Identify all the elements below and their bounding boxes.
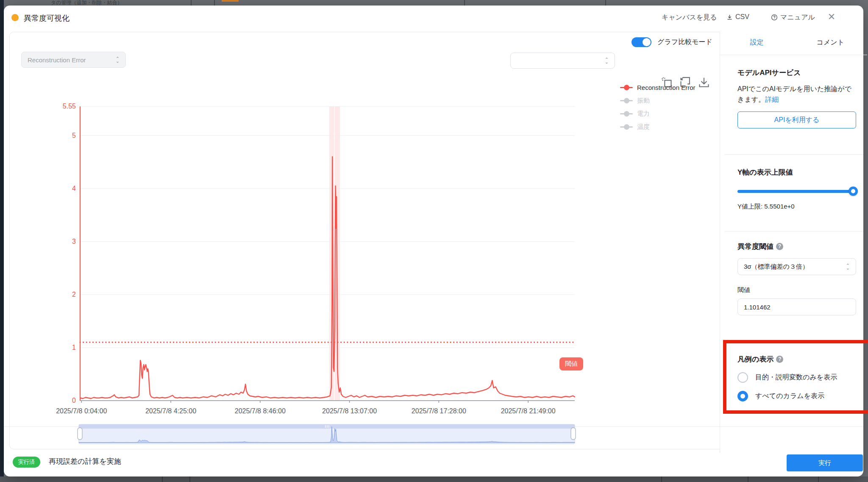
status-text: 再現誤差の計算を実施 <box>49 457 121 466</box>
help-icon[interactable]: ? <box>776 243 783 250</box>
legend-display-highlight: 凡例の表示? 目的・説明変数のみを表示 すべてのカラムを表示 <box>723 340 868 414</box>
chevron-up-down-icon: ⌃⌄ <box>116 57 120 62</box>
manual-link[interactable]: マニュアル <box>771 13 815 22</box>
legend-item[interactable]: 温度 <box>620 120 696 134</box>
y-limit-section: Y軸の表示上限値 Y値上限: 5.5501e+0 <box>737 167 856 211</box>
download-icon <box>726 14 733 22</box>
legend-item[interactable]: 振動 <box>620 94 696 107</box>
close-icon[interactable]: ✕ <box>825 11 838 23</box>
chevron-up-down-icon: ⌃⌄ <box>846 264 850 269</box>
divider <box>725 154 863 155</box>
anomaly-threshold-title: 異常度閾値? <box>737 242 856 251</box>
legend-display-options: 目的・説明変数のみを表示 すべてのカラムを表示 <box>737 372 868 401</box>
legend-display-radio[interactable]: 目的・説明変数のみを表示 <box>737 372 868 383</box>
footer-divider <box>4 426 863 427</box>
anomaly-visualization-modal: 異常度可視化 キャンバスを見る CSV マニュアル ✕ <box>4 6 863 476</box>
legend-swatch-icon <box>620 100 633 101</box>
modal-header: 異常度可視化 キャンバスを見る CSV マニュアル ✕ <box>4 6 863 32</box>
threshold-input-label: 閾値 <box>737 286 856 294</box>
radio-icon[interactable] <box>737 391 748 401</box>
slider-thumb[interactable] <box>849 187 858 196</box>
series-select[interactable]: Reconstruction Error ⌃⌄ <box>21 52 126 68</box>
divider <box>725 231 863 231</box>
help-icon[interactable]: ? <box>776 356 783 363</box>
use-api-button[interactable]: APIを利用する <box>737 111 856 128</box>
chevron-up-down-icon: ⌃⌄ <box>605 58 609 63</box>
model-api-description: APIでこのAIモデルを用いた推論ができます。詳細 <box>737 84 856 105</box>
threshold-input[interactable] <box>737 298 856 315</box>
csv-download-link[interactable]: CSV <box>726 13 749 22</box>
legend-swatch-icon <box>620 87 633 88</box>
legend-display-title: 凡例の表示? <box>737 354 868 364</box>
tab-settings[interactable]: 設定 <box>720 32 794 55</box>
model-api-section: モデルAPIサービス APIでこのAIモデルを用いた推論ができます。詳細 API… <box>737 68 856 128</box>
graph-compare-toggle[interactable] <box>632 37 651 47</box>
status-dot-icon <box>11 14 19 21</box>
legend-swatch-icon <box>620 113 633 114</box>
detail-link[interactable]: 詳細 <box>765 96 779 103</box>
chart-card: Reconstruction Error ⌃⌄ ⌃⌄ グラフ比較モード <box>9 32 720 449</box>
legend-display-radio[interactable]: すべてのカラムを表示 <box>737 391 868 401</box>
modal-title: 異常度可視化 <box>24 13 70 23</box>
model-api-title: モデルAPIサービス <box>737 68 856 78</box>
background-accent <box>222 0 239 2</box>
y-limit-slider[interactable] <box>737 187 856 196</box>
settings-panel: 設定コメント モデルAPIサービス APIでこのAIモデルを用いた推論ができます… <box>720 32 867 453</box>
legend-swatch-icon <box>620 126 633 128</box>
graph-compare-toggle-label: グラフ比較モード <box>657 38 712 47</box>
legend-item[interactable]: 電力 <box>620 107 696 120</box>
background-page-top: タの管理（追加・削除・結合） <box>0 0 868 6</box>
panel-tabs: 設定コメント <box>720 32 867 55</box>
radio-icon[interactable] <box>737 372 748 383</box>
threshold-badge: 閾値 <box>559 357 583 371</box>
anomaly-threshold-section: 異常度閾値? 3σ（標準偏差の３倍） ⌃⌄ 閾値 <box>737 242 856 315</box>
tab-comments[interactable]: コメント <box>794 32 868 55</box>
question-circle-icon <box>771 14 778 22</box>
download-chart-icon[interactable] <box>698 76 710 88</box>
screen: タの管理（追加・削除・結合） 異常度可視化 キャンバスを見る CSV <box>0 0 868 482</box>
chart-legend: Reconstruction Error 振動 電力 温度 <box>620 81 696 134</box>
background-page-left <box>0 0 4 482</box>
background-page-bottom <box>0 476 868 482</box>
graph-compare-toggle-row: グラフ比較モード <box>632 37 712 47</box>
y-limit-title: Y軸の表示上限値 <box>737 167 856 177</box>
run-button[interactable]: 実行 <box>787 454 863 471</box>
compare-target-select[interactable]: ⌃⌄ <box>510 53 615 69</box>
status-badge: 実行済 <box>13 457 40 468</box>
y-limit-value: Y値上限: 5.5501e+0 <box>737 203 856 211</box>
view-canvas-link[interactable]: キャンバスを見る <box>662 13 717 22</box>
sigma-select[interactable]: 3σ（標準偏差の３倍） ⌃⌄ <box>737 258 856 275</box>
legend-item[interactable]: Reconstruction Error <box>620 81 696 94</box>
